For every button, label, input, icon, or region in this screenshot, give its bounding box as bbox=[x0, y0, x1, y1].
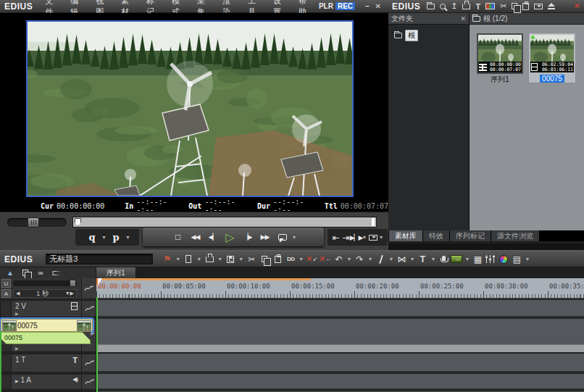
replace-icon[interactable]: DD bbox=[285, 253, 296, 266]
ripple-delete-icon[interactable]: ✕↙ bbox=[306, 253, 317, 266]
set-in-point-button[interactable]: q bbox=[83, 230, 101, 246]
speaker-icon[interactable]: ◀) bbox=[72, 376, 78, 383]
voiceover-mic-icon[interactable] bbox=[438, 253, 449, 266]
timeline-clip-audio[interactable]: 00075 bbox=[1, 332, 91, 344]
new-folder-icon[interactable] bbox=[427, 4, 435, 9]
play-button[interactable]: ▷ bbox=[222, 229, 239, 245]
seek-bar[interactable] bbox=[72, 217, 377, 228]
new-sequence-icon[interactable] bbox=[183, 253, 194, 266]
dropdown-icon[interactable]: ▼ bbox=[298, 257, 304, 262]
scale-next-icon[interactable]: ▼▶ bbox=[65, 291, 74, 296]
track-1a-label[interactable]: ▶ 1 A bbox=[15, 376, 31, 384]
timeline-ruler[interactable]: 00:00:00:00 00:00:05:00 00:00:10:00 00:0… bbox=[96, 278, 584, 299]
u-toggle-button[interactable]: U bbox=[1, 279, 11, 288]
export-to-tape-button[interactable] bbox=[368, 230, 378, 246]
expand-track-icon[interactable]: ▶ bbox=[15, 311, 19, 316]
ruler-sync-patch[interactable] bbox=[81, 278, 96, 299]
create-title-icon[interactable]: T bbox=[417, 253, 428, 266]
tab-source-browser[interactable]: 源文件浏览 bbox=[491, 230, 539, 241]
search-icon[interactable] bbox=[440, 4, 446, 9]
rewind-button[interactable]: ◀◀ bbox=[187, 229, 204, 245]
dropdown-icon[interactable]: ▼ bbox=[388, 257, 394, 262]
tool-flag-icon[interactable]: ⚑ bbox=[162, 253, 173, 266]
paste-icon[interactable] bbox=[272, 253, 283, 266]
scale-prev-icon[interactable]: ◀ bbox=[16, 291, 20, 296]
fast-forward-button[interactable]: ▶▶ bbox=[256, 229, 274, 245]
zoom-slider-handle[interactable] bbox=[70, 280, 76, 287]
timeline-clip-video[interactable]: 00075 bbox=[1, 319, 93, 332]
a-toggle-button[interactable]: A bbox=[1, 289, 11, 298]
video-track-icon[interactable] bbox=[71, 302, 78, 310]
open-project-icon[interactable] bbox=[204, 253, 215, 266]
loop-playback-button[interactable] bbox=[274, 229, 291, 245]
add-to-timeline-icon[interactable]: ↥ bbox=[451, 1, 457, 11]
dropdown-icon[interactable]: ▼ bbox=[430, 257, 436, 262]
goto-in-point-button[interactable]: ⇤ bbox=[331, 230, 341, 246]
dropdown-icon[interactable]: ▼ bbox=[367, 257, 373, 262]
render-export-icon[interactable]: → bbox=[451, 253, 462, 266]
export-dropdown-icon[interactable]: ▼ bbox=[378, 235, 385, 240]
undo-icon[interactable]: ↶ bbox=[333, 253, 344, 266]
eject-icon[interactable] bbox=[548, 3, 555, 9]
dropdown-icon[interactable]: ▼ bbox=[196, 257, 202, 262]
dropdown-icon[interactable]: ▼ bbox=[524, 257, 530, 262]
tab-asset-library[interactable]: 素材库 bbox=[389, 230, 422, 241]
track-1t-content[interactable] bbox=[96, 354, 584, 372]
stop-button[interactable]: □ bbox=[170, 229, 187, 245]
audio-waveform-lane[interactable] bbox=[96, 344, 584, 352]
shuttle-slider[interactable] bbox=[7, 218, 67, 227]
in-point-dropdown-icon[interactable]: ▼ bbox=[101, 235, 107, 240]
shuttle-handle[interactable] bbox=[28, 217, 39, 228]
capture-icon[interactable] bbox=[485, 3, 495, 9]
ripple-mode-icon[interactable]: ∞ bbox=[36, 268, 45, 278]
copy-icon[interactable] bbox=[259, 253, 270, 266]
tab-sequence-marker[interactable]: 序列标记 bbox=[450, 230, 491, 241]
track-1t-margin[interactable] bbox=[1, 354, 12, 372]
track-2v-margin[interactable] bbox=[1, 301, 12, 317]
dropdown-icon[interactable]: ▼ bbox=[464, 257, 470, 262]
play-around-cursor-button[interactable]: ▶▏▶ bbox=[351, 230, 362, 246]
tab-effects[interactable]: 特效 bbox=[423, 230, 449, 241]
bin-clip-00075[interactable]: 06:02:59:04 06:03:06:11 00075 bbox=[529, 33, 575, 83]
dropdown-icon[interactable]: ▼ bbox=[217, 257, 223, 262]
insert-overwrite-mode-icon[interactable]: ▲ bbox=[6, 268, 14, 278]
track-2v-content[interactable] bbox=[96, 300, 584, 317]
mixer-grid-icon[interactable]: ▦ bbox=[472, 253, 483, 266]
title-track-icon[interactable]: T bbox=[72, 356, 78, 364]
bin-close-icon[interactable]: ✕ bbox=[574, 1, 580, 11]
save-project-icon[interactable] bbox=[225, 253, 236, 266]
color-correction-icon[interactable] bbox=[498, 253, 509, 266]
copy-icon[interactable] bbox=[512, 3, 517, 9]
add-title-icon[interactable]: T bbox=[475, 2, 480, 11]
sync-mode-icon[interactable] bbox=[21, 268, 30, 278]
send-to-screen-icon[interactable] bbox=[534, 4, 543, 9]
track-1t-label[interactable]: 1 T bbox=[15, 356, 25, 364]
seek-playhead[interactable] bbox=[75, 218, 81, 226]
out-point-dropdown-icon[interactable]: ▼ bbox=[125, 235, 131, 240]
extract-mode-icon[interactable]: ⊏: bbox=[51, 268, 60, 278]
cut-icon[interactable]: ✂ bbox=[246, 253, 257, 266]
timeline-zoom-slider[interactable] bbox=[13, 280, 77, 286]
dropdown-icon[interactable]: ▼ bbox=[409, 257, 415, 262]
dropdown-icon[interactable]: ▼ bbox=[346, 257, 352, 262]
set-out-point-button[interactable]: p bbox=[107, 230, 125, 246]
folder-tree-root[interactable]: 根 bbox=[394, 30, 469, 41]
track-1a-margin[interactable] bbox=[1, 375, 12, 389]
folder-panel-close-icon[interactable]: ✕ bbox=[460, 15, 466, 22]
tab-sequence-1[interactable]: 序列1 bbox=[96, 267, 136, 278]
expand-track-icon[interactable]: ▶ bbox=[15, 346, 19, 351]
add-cut-point-icon[interactable] bbox=[375, 253, 386, 266]
add-transition-icon[interactable]: ⋈ bbox=[396, 253, 407, 266]
track-1a-content[interactable] bbox=[96, 374, 584, 390]
plr-mode-button[interactable]: PLR bbox=[319, 2, 333, 10]
redo-icon[interactable]: ↷ bbox=[354, 253, 365, 266]
track-2v-label[interactable]: 2 V bbox=[15, 302, 26, 310]
next-frame-button[interactable]: ▕▶ bbox=[239, 229, 256, 245]
track-1a-sync-patch[interactable] bbox=[81, 375, 97, 389]
panel-layout-icon[interactable]: ▤ bbox=[511, 253, 522, 266]
timeline-scale-select[interactable]: ◀ 1 秒 ▼▶ bbox=[13, 289, 77, 298]
play-around-dropdown-icon[interactable]: ▼ bbox=[362, 235, 368, 240]
minimize-button[interactable]: – bbox=[362, 2, 372, 10]
previous-frame-button[interactable]: ◀▏ bbox=[204, 229, 222, 245]
paste-icon[interactable] bbox=[522, 3, 529, 10]
